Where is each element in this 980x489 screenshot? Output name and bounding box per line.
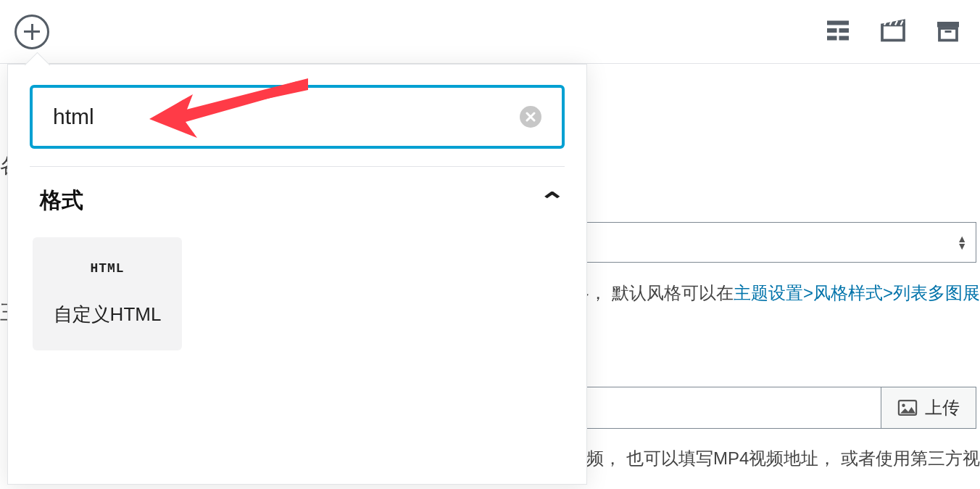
svg-rect-7 <box>939 28 957 41</box>
video-help-text: 见频， 也可以填写MP4视频地址， 或者使用第三方视 <box>569 447 980 470</box>
close-icon <box>526 112 536 122</box>
image-icon <box>897 400 918 416</box>
block-item-label: 自定义HTML <box>54 302 162 327</box>
svg-rect-6 <box>937 22 959 28</box>
theme-settings-link[interactable]: 主题设置>风格样式>列表多图展 <box>734 283 980 303</box>
svg-rect-4 <box>839 36 850 41</box>
svg-rect-2 <box>839 28 850 33</box>
svg-rect-0 <box>827 21 849 25</box>
select-arrows-icon: ▲▼ <box>957 235 967 250</box>
upload-field-row: 上传 <box>585 387 976 429</box>
svg-rect-8 <box>945 30 952 33</box>
help-prefix: 各， 默认风格可以在 <box>572 283 734 303</box>
category-toggle-formatting[interactable]: 格式 ⌃ <box>30 180 565 223</box>
upload-button-label: 上传 <box>925 396 960 419</box>
svg-point-10 <box>902 404 905 407</box>
divider <box>30 166 565 167</box>
upload-url-input[interactable] <box>585 387 881 429</box>
grid-view-icon[interactable] <box>823 16 852 45</box>
clear-search-button[interactable] <box>520 106 541 128</box>
block-item-custom-html[interactable]: HTML 自定义HTML <box>33 237 182 350</box>
clapper-icon[interactable] <box>879 16 908 45</box>
block-search-field <box>30 85 565 149</box>
block-search-input[interactable] <box>53 104 520 129</box>
category-label: 格式 <box>40 186 83 215</box>
svg-rect-3 <box>827 36 837 41</box>
toolbar-right-group <box>823 16 963 45</box>
editor-toolbar <box>0 0 980 64</box>
upload-button[interactable]: 上传 <box>881 387 976 429</box>
chevron-up-icon: ⌃ <box>539 187 566 215</box>
add-block-button[interactable] <box>14 15 49 49</box>
archive-icon[interactable] <box>934 16 963 45</box>
style-select[interactable]: ▲▼ <box>585 222 976 263</box>
block-results-grid: HTML 自定义HTML <box>30 223 565 350</box>
svg-rect-1 <box>827 28 837 33</box>
svg-rect-5 <box>882 25 904 41</box>
block-inserter-panel: 格式 ⌃ HTML 自定义HTML <box>7 64 587 485</box>
html-block-icon: HTML <box>90 261 124 276</box>
style-help-text: 各， 默认风格可以在主题设置>风格样式>列表多图展 <box>572 282 980 305</box>
